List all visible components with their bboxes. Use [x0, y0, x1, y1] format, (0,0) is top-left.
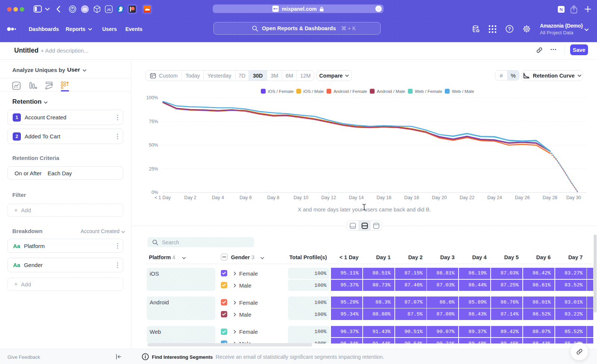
svg-text:JS: JS [107, 8, 111, 12]
svg-text:?: ? [508, 26, 511, 32]
svg-text:N: N [559, 7, 563, 12]
